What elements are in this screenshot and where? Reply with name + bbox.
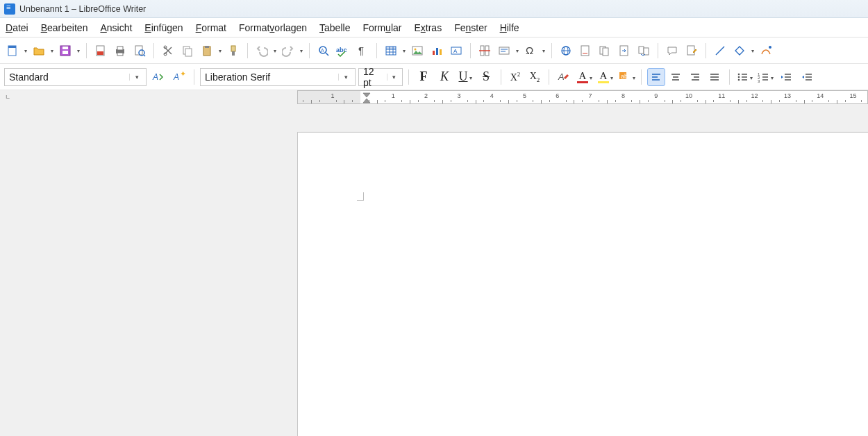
highlight-color-button[interactable]: A xyxy=(596,68,615,86)
subscript-button[interactable]: X2 xyxy=(526,68,543,86)
font-name-combo[interactable]: Liberation Serif ▾ xyxy=(200,68,356,86)
char-highlight-button[interactable]: ab xyxy=(617,68,635,86)
ruler-tick xyxy=(410,100,410,103)
ordered-list-button[interactable]: 123 xyxy=(756,68,774,86)
ruler-tick xyxy=(713,100,714,102)
ruler-tick xyxy=(574,100,574,103)
align-right-button[interactable] xyxy=(686,68,704,86)
menu-bearbeiten[interactable]: Bearbeiten xyxy=(41,22,88,33)
chevron-down-icon[interactable] xyxy=(609,72,613,82)
chevron-down-icon[interactable] xyxy=(588,72,592,82)
menu-hilfe[interactable]: Hilfe xyxy=(500,22,519,33)
underline-button[interactable]: U xyxy=(456,68,474,86)
basic-shapes-button[interactable] xyxy=(731,42,748,59)
insert-symbol-button[interactable]: Ω xyxy=(522,42,539,59)
insert-footnote-button[interactable] xyxy=(577,42,594,59)
new-button[interactable] xyxy=(4,42,21,59)
ruler-tick xyxy=(672,100,673,103)
open-button[interactable] xyxy=(31,42,47,59)
svg-rect-4 xyxy=(62,47,68,49)
ruler-number: 6 xyxy=(556,92,559,99)
document-viewport[interactable] xyxy=(297,104,868,436)
find-replace-button[interactable]: A xyxy=(315,42,332,59)
superscript-button[interactable]: X2 xyxy=(507,68,524,86)
insert-table-button[interactable] xyxy=(383,42,399,59)
clear-formatting-button[interactable]: A xyxy=(555,68,573,86)
italic-button[interactable]: K xyxy=(435,68,453,86)
paste-button[interactable] xyxy=(199,42,215,59)
menu-fenster[interactable]: Fenster xyxy=(454,22,487,33)
cut-button[interactable] xyxy=(160,42,176,59)
insert-bookmark-button[interactable] xyxy=(596,42,613,59)
track-changes-button[interactable] xyxy=(635,42,652,59)
insert-hyperlink-button[interactable] xyxy=(558,42,574,59)
svg-text:3: 3 xyxy=(758,79,760,83)
ruler-tick xyxy=(476,100,476,103)
clone-formatting-button[interactable] xyxy=(225,42,242,59)
copy-button[interactable] xyxy=(179,42,196,59)
align-left-button[interactable] xyxy=(647,68,665,86)
align-justify-button[interactable] xyxy=(706,68,724,86)
indent-marker-icon[interactable] xyxy=(362,92,371,102)
chevron-down-icon[interactable] xyxy=(468,72,472,82)
chevron-down-icon[interactable] xyxy=(631,72,635,82)
show-trackchanges-button[interactable] xyxy=(683,42,700,59)
font-size-combo[interactable]: 12 pt ▾ xyxy=(358,68,403,86)
spellcheck-button[interactable]: abc xyxy=(335,42,351,59)
menubar: Datei Bearbeiten Ansicht Einfügen Format… xyxy=(0,18,868,37)
decrease-indent-button[interactable] xyxy=(798,68,816,86)
indent-less-icon xyxy=(801,71,813,83)
menu-datei[interactable]: Datei xyxy=(6,22,28,33)
export-pdf-button[interactable] xyxy=(92,42,109,59)
strikethrough-button[interactable]: S xyxy=(477,68,495,86)
svg-rect-18 xyxy=(205,46,209,48)
horizontal-ruler[interactable]: 1 123456789101112131415 xyxy=(297,90,868,104)
print-button[interactable] xyxy=(112,42,128,59)
bold-icon: F xyxy=(420,69,428,84)
menu-format[interactable]: Format xyxy=(196,22,226,33)
font-color-button[interactable]: A xyxy=(576,68,594,86)
insert-chart-button[interactable] xyxy=(428,42,445,59)
pilcrow-icon: ¶ xyxy=(356,44,369,57)
align-center-button[interactable] xyxy=(667,68,685,86)
ruler-tick xyxy=(665,100,665,102)
chevron-down-icon[interactable] xyxy=(749,72,753,82)
formatting-marks-button[interactable]: ¶ xyxy=(354,42,371,59)
insert-crossref-button[interactable] xyxy=(616,42,633,59)
separator xyxy=(658,43,658,58)
svg-line-12 xyxy=(144,55,145,56)
menu-einfuegen[interactable]: Einfügen xyxy=(144,22,183,33)
menu-ansicht[interactable]: Ansicht xyxy=(100,22,132,33)
separator xyxy=(470,43,471,58)
svg-text:A: A xyxy=(453,48,458,54)
bold-button[interactable]: F xyxy=(415,68,433,86)
menu-extras[interactable]: Extras xyxy=(414,22,442,33)
separator xyxy=(194,69,194,85)
insert-comment-button[interactable] xyxy=(664,42,681,59)
insert-image-button[interactable] xyxy=(409,42,426,59)
print-preview-button[interactable] xyxy=(131,42,148,59)
increase-indent-button[interactable] xyxy=(777,68,795,86)
undo-button[interactable] xyxy=(253,42,270,59)
paragraph-style-combo[interactable]: Standard ▾ xyxy=(4,68,147,86)
show-draw-functions-button[interactable] xyxy=(758,42,774,59)
ruler-tick xyxy=(812,100,812,102)
menu-formatvorlagen[interactable]: Formatvorlagen xyxy=(239,22,307,33)
menu-formular[interactable]: Formular xyxy=(362,22,401,33)
ruler-tick xyxy=(311,100,312,103)
new-style-button[interactable]: A✦ xyxy=(170,68,188,86)
update-style-button[interactable]: A xyxy=(149,68,167,86)
insert-field-button[interactable] xyxy=(496,42,512,59)
insert-textbox-button[interactable]: A xyxy=(448,42,465,59)
ruler-tick xyxy=(508,100,509,103)
menu-tabelle[interactable]: Tabelle xyxy=(319,22,350,33)
insert-line-button[interactable] xyxy=(712,42,728,59)
ruler-tick xyxy=(845,100,846,102)
separator xyxy=(501,69,501,85)
save-button[interactable] xyxy=(57,42,74,59)
unordered-list-button[interactable] xyxy=(735,68,753,86)
redo-button[interactable] xyxy=(280,42,297,59)
chevron-down-icon[interactable] xyxy=(769,72,774,82)
page[interactable] xyxy=(297,132,868,436)
insert-pagebreak-button[interactable] xyxy=(476,42,493,59)
